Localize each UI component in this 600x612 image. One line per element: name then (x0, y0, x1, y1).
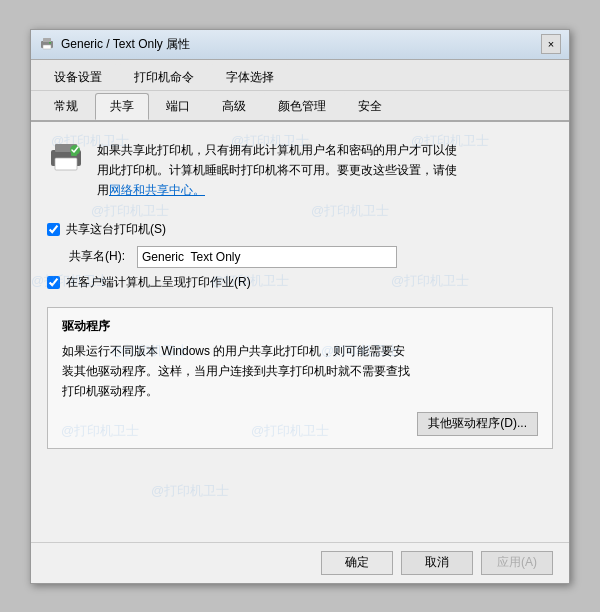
tab-advanced[interactable]: 高级 (207, 93, 261, 120)
window-title: Generic / Text Only 属性 (61, 36, 190, 53)
other-drivers-button[interactable]: 其他驱动程序(D)... (417, 412, 538, 436)
printer-title-icon (39, 36, 55, 52)
tab-device-settings[interactable]: 设备设置 (39, 64, 117, 90)
svg-rect-2 (43, 45, 51, 49)
tab-general[interactable]: 常规 (39, 93, 93, 120)
tab-security[interactable]: 安全 (343, 93, 397, 120)
tab-printer-commands[interactable]: 打印机命令 (119, 64, 209, 90)
title-bar: Generic / Text Only 属性 × (31, 30, 569, 60)
driver-section: 驱动程序 如果运行不同版本 Windows 的用户共享此打印机，则可能需要安 装… (47, 307, 553, 449)
top-tab-row: 设备设置 打印机命令 字体选择 (31, 60, 569, 91)
share-printer-label: 共享这台打印机(S) (66, 221, 166, 238)
info-line2: 用此打印机。计算机睡眠时打印机将不可用。要更改这些设置，请使 (97, 163, 457, 177)
svg-rect-6 (55, 158, 77, 170)
main-window: Generic / Text Only 属性 × 设备设置 打印机命令 字体选择… (30, 29, 570, 584)
apply-button[interactable]: 应用(A) (481, 551, 553, 575)
info-line3: 用 (97, 183, 109, 197)
tab-sharing[interactable]: 共享 (95, 93, 149, 120)
close-button[interactable]: × (541, 34, 561, 54)
info-section: 如果共享此打印机，只有拥有此计算机用户名和密码的用户才可以使 用此打印机。计算机… (47, 136, 553, 205)
share-printer-row: 共享这台打印机(S) (47, 221, 553, 238)
driver-btn-row: 其他驱动程序(D)... (62, 412, 538, 436)
tab-ports[interactable]: 端口 (151, 93, 205, 120)
network-sharing-link[interactable]: 网络和共享中心。 (109, 183, 205, 197)
render-client-row: 在客户端计算机上呈现打印作业(R) (47, 274, 553, 291)
printer-icon-wrap (47, 140, 87, 176)
tab-color-management[interactable]: 颜色管理 (263, 93, 341, 120)
bottom-bar: 确定 取消 应用(A) (31, 542, 569, 583)
title-bar-left: Generic / Text Only 属性 (39, 36, 190, 53)
svg-rect-1 (43, 38, 51, 42)
watermark-13: @打印机卫士 (151, 482, 229, 500)
bottom-tab-row: 常规 共享 端口 高级 颜色管理 安全 (31, 91, 569, 122)
info-line1: 如果共享此打印机，只有拥有此计算机用户名和密码的用户才可以使 (97, 143, 457, 157)
driver-section-title: 驱动程序 (62, 318, 538, 335)
info-text: 如果共享此打印机，只有拥有此计算机用户名和密码的用户才可以使 用此打印机。计算机… (97, 140, 457, 201)
tab-content: @打印机卫士 @打印机卫士 @打印机卫士 @打印机卫士 @打印机卫士 @打印机卫… (31, 122, 569, 542)
ok-button[interactable]: 确定 (321, 551, 393, 575)
share-name-input[interactable] (137, 246, 397, 268)
tab-font-selection[interactable]: 字体选择 (211, 64, 289, 90)
render-client-checkbox[interactable] (47, 276, 60, 289)
share-name-row: 共享名(H): (69, 246, 553, 268)
share-name-label: 共享名(H): (69, 248, 129, 265)
render-client-label: 在客户端计算机上呈现打印作业(R) (66, 274, 251, 291)
driver-section-text: 如果运行不同版本 Windows 的用户共享此打印机，则可能需要安 装其他驱动程… (62, 341, 538, 402)
cancel-button[interactable]: 取消 (401, 551, 473, 575)
share-printer-checkbox[interactable] (47, 223, 60, 236)
printer-icon (47, 140, 85, 174)
svg-rect-3 (49, 42, 51, 44)
